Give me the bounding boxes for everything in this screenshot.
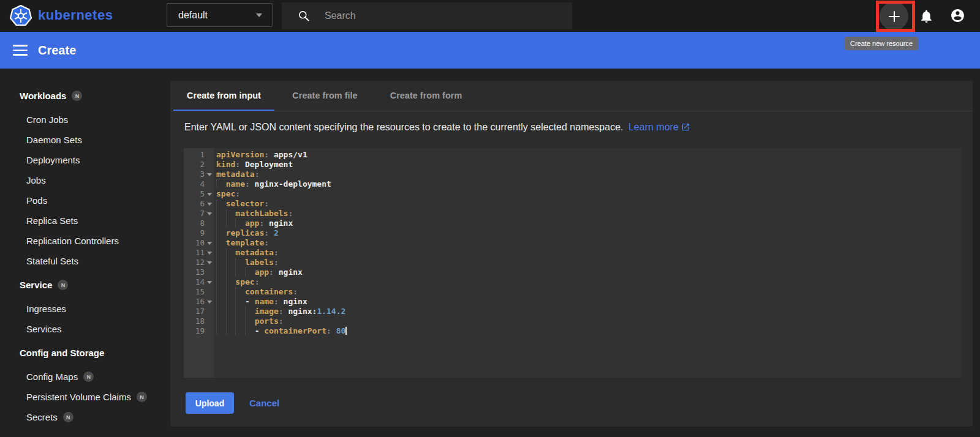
sidebar-section-config-and-storage[interactable]: Config and Storage bbox=[0, 343, 170, 363]
code-text: name: nginx-deployment bbox=[214, 179, 331, 189]
code-text: labels: bbox=[214, 258, 279, 267]
new-badge: N bbox=[137, 392, 147, 402]
sidebar-item-daemon-sets[interactable]: Daemon Sets bbox=[0, 130, 170, 150]
line-number: 9 bbox=[184, 228, 214, 238]
sidebar-item-ingresses[interactable]: Ingresses bbox=[0, 299, 170, 319]
sidebar-item-label: Services bbox=[26, 324, 62, 334]
code-text: ports: bbox=[214, 316, 284, 326]
code-text: metadata: bbox=[214, 248, 279, 258]
plus-icon bbox=[886, 9, 902, 24]
sidebar-item-label: Secrets bbox=[26, 412, 58, 422]
sidebar-section-service[interactable]: ServiceN bbox=[0, 275, 170, 295]
sidebar-section-workloads[interactable]: WorkloadsN bbox=[0, 86, 170, 106]
code-text: spec: bbox=[214, 277, 259, 287]
text-cursor bbox=[345, 327, 347, 335]
upload-button[interactable]: Upload bbox=[186, 392, 234, 414]
sidebar-item-label: Jobs bbox=[26, 175, 46, 185]
namespace-selected-value: default bbox=[178, 10, 256, 21]
code-text: selector: bbox=[214, 199, 269, 209]
menu-hamburger-icon[interactable] bbox=[13, 45, 28, 56]
brand-title: kubernetes bbox=[38, 7, 113, 23]
code-text: - name: nginx bbox=[214, 297, 307, 307]
editor-line: 12 labels: bbox=[184, 258, 962, 267]
sidebar-item-replication-controllers[interactable]: Replication Controllers bbox=[0, 231, 170, 251]
line-number: 4 bbox=[184, 179, 214, 189]
fold-toggle-icon[interactable] bbox=[207, 212, 212, 215]
fold-toggle-icon[interactable] bbox=[207, 203, 212, 206]
sidebar-item-label: Ingresses bbox=[26, 304, 66, 314]
editor-line: 6 selector: bbox=[184, 199, 962, 209]
editor-line: 19 - containerPort: 80 bbox=[184, 326, 962, 336]
instruction-label: Enter YAML or JSON content specifying th… bbox=[184, 122, 624, 132]
sidebar-item-label: Stateful Sets bbox=[26, 256, 78, 266]
sidebar-nav: WorkloadsNCron JobsDaemon SetsDeployment… bbox=[0, 69, 170, 437]
fold-toggle-icon[interactable] bbox=[207, 261, 212, 264]
sidebar-item-cron-jobs[interactable]: Cron Jobs bbox=[0, 110, 170, 130]
sidebar-item-deployments[interactable]: Deployments bbox=[0, 150, 170, 170]
fold-toggle-icon[interactable] bbox=[207, 193, 212, 196]
code-text: metadata: bbox=[214, 170, 259, 179]
namespace-selector[interactable]: default bbox=[167, 3, 273, 27]
create-new-resource-button[interactable] bbox=[880, 2, 908, 31]
learn-more-link[interactable]: Learn more bbox=[628, 122, 679, 132]
line-number: 11 bbox=[184, 248, 214, 258]
sidebar-item-pods[interactable]: Pods bbox=[0, 190, 170, 211]
open-in-new-icon bbox=[681, 122, 690, 132]
editor-line: 10 template: bbox=[184, 238, 962, 248]
editor-line: 13 app: nginx bbox=[184, 267, 962, 277]
code-text: spec: bbox=[214, 189, 240, 199]
code-text: image: nginx:1.14.2 bbox=[214, 307, 345, 316]
chevron-down-icon bbox=[256, 13, 262, 17]
editor-line: 15 containers: bbox=[184, 287, 962, 297]
new-badge: N bbox=[72, 91, 82, 101]
search-icon bbox=[298, 10, 310, 22]
new-badge: N bbox=[63, 412, 74, 422]
line-number: 8 bbox=[184, 219, 214, 228]
code-text: matchLabels: bbox=[214, 209, 293, 219]
sidebar-item-config-maps[interactable]: Config MapsN bbox=[0, 367, 170, 387]
account-circle-icon[interactable] bbox=[950, 8, 965, 23]
line-number: 13 bbox=[184, 267, 214, 277]
fold-toggle-icon[interactable] bbox=[207, 252, 212, 255]
line-number: 17 bbox=[184, 307, 214, 316]
cancel-button[interactable]: Cancel bbox=[244, 392, 284, 414]
sidebar-item-persistent-volume-claims[interactable]: Persistent Volume ClaimsN bbox=[0, 387, 170, 407]
sidebar-item-jobs[interactable]: Jobs bbox=[0, 170, 170, 190]
page-title: Create bbox=[38, 43, 76, 58]
line-number: 15 bbox=[184, 287, 214, 297]
tab-create-from-input[interactable]: Create from input bbox=[173, 81, 274, 111]
kubernetes-logo-icon bbox=[9, 4, 32, 28]
editor-line: 18 ports: bbox=[184, 316, 962, 326]
tab-create-from-form[interactable]: Create from form bbox=[375, 81, 477, 111]
code-text: app: nginx bbox=[214, 267, 303, 277]
search-input[interactable] bbox=[323, 10, 544, 22]
editor-line: 3metadata: bbox=[184, 170, 962, 179]
editor-line: 7 matchLabels: bbox=[184, 209, 962, 219]
yaml-code-editor[interactable]: 1apiVersion: apps/v12kind: Deployment3me… bbox=[184, 148, 962, 378]
line-number: 6 bbox=[184, 199, 214, 209]
fold-toggle-icon[interactable] bbox=[207, 281, 212, 284]
tab-create-from-file[interactable]: Create from file bbox=[274, 81, 375, 111]
sidebar-section-label: Workloads bbox=[20, 91, 66, 101]
sidebar-item-services[interactable]: Services bbox=[0, 319, 170, 339]
sidebar-section-label: Service bbox=[20, 280, 52, 290]
line-number: 12 bbox=[184, 258, 214, 267]
fold-toggle-icon[interactable] bbox=[207, 242, 212, 245]
action-bar: Create bbox=[0, 32, 980, 69]
sidebar-item-stateful-sets[interactable]: Stateful Sets bbox=[0, 251, 170, 271]
fold-toggle-icon[interactable] bbox=[207, 173, 212, 176]
notifications-bell-icon[interactable] bbox=[919, 9, 934, 24]
sidebar-item-replica-sets[interactable]: Replica Sets bbox=[0, 211, 170, 231]
instruction-text: Enter YAML or JSON content specifying th… bbox=[184, 122, 973, 133]
fold-toggle-icon[interactable] bbox=[207, 301, 212, 304]
sidebar-item-label: Daemon Sets bbox=[26, 135, 82, 145]
line-number: 10 bbox=[184, 238, 214, 248]
code-text: apiVersion: apps/v1 bbox=[214, 150, 307, 160]
editor-line: 1apiVersion: apps/v1 bbox=[184, 150, 962, 160]
line-number: 19 bbox=[184, 326, 214, 336]
sidebar-item-label: Deployments bbox=[26, 155, 80, 165]
editor-line: 8 app: nginx bbox=[184, 219, 962, 228]
search-bar[interactable] bbox=[282, 2, 572, 29]
sidebar-item-secrets[interactable]: SecretsN bbox=[0, 407, 170, 427]
editor-line: 5spec: bbox=[184, 189, 962, 199]
